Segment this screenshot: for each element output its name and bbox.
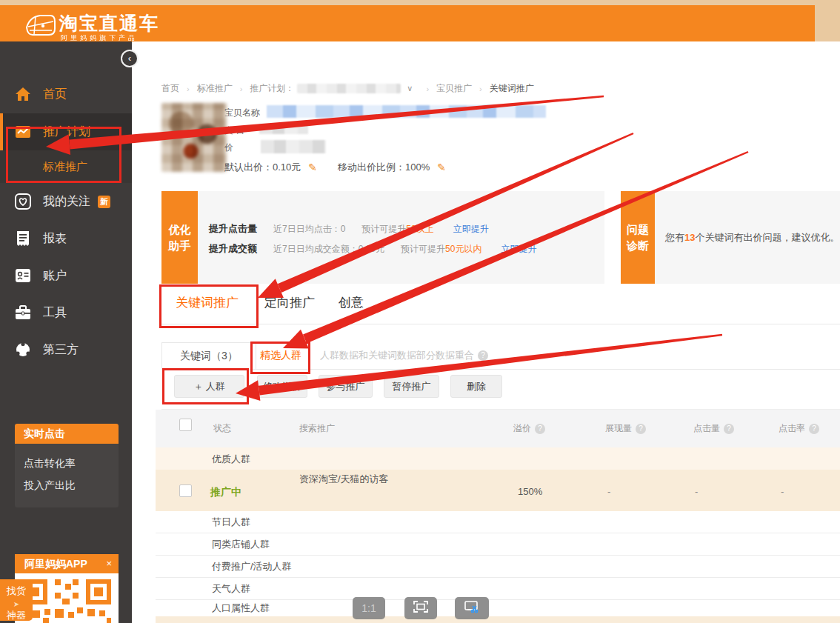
modify-premium-button[interactable]: 修改溢价 — [257, 375, 307, 398]
group-label: 节日人群 — [212, 516, 250, 529]
goods-finder-line1: 找货 — [0, 584, 33, 598]
help-icon[interactable]: ? — [809, 424, 819, 434]
premium-value: 150% — [518, 486, 542, 497]
help-icon[interactable]: ? — [724, 424, 734, 434]
help-icon[interactable]: ? — [636, 424, 646, 434]
realtime-panel: 实时点击 点击转化率 投入产出比 — [15, 424, 119, 507]
tab-keyword-promo[interactable]: 关键词推广 — [176, 294, 239, 311]
sidebar-item-campaigns[interactable]: 推广计划 — [0, 113, 132, 150]
optimizer-row-estimate: 预计可提升 — [361, 223, 406, 236]
snip-button[interactable] — [455, 597, 489, 619]
fullscreen-button[interactable] — [404, 597, 437, 619]
breadcrumb-home[interactable]: 首页 — [161, 82, 179, 95]
col-impressions: 展现量 ? — [605, 422, 646, 435]
col-premium-label: 溢价 — [513, 422, 531, 435]
optimizer-row-highlight: 50元以内 — [445, 243, 481, 256]
chevron-left-icon: ‹ — [128, 53, 131, 64]
sidebar-item-tools[interactable]: 工具 — [0, 294, 132, 331]
sidebar-item-standard-promo[interactable]: 标准推广 — [0, 150, 132, 183]
crowd-data-note: 人群数据和关键词数据部分数据重合 ? — [320, 349, 488, 362]
breadcrumb-baobei[interactable]: 宝贝推广 — [436, 82, 472, 95]
realtime-item-conversion[interactable]: 点击转化率 — [24, 453, 119, 475]
active-indicator — [0, 113, 3, 150]
optimizer-row-gmv: 提升成交额 近7日日均成交金额：0.00元 预计可提升 50元以内 立即提升 — [209, 242, 536, 256]
taobao-zhitongche-page: 淘宝直通车 阿里妈妈旗下产品 首页 推广计划 标准推广 — [0, 0, 840, 623]
crowd-name[interactable]: 资深淘宝/天猫的访客 — [299, 473, 389, 486]
select-all-checkbox[interactable] — [179, 419, 192, 431]
heart-icon — [15, 193, 31, 210]
modify-premium-label: 修改溢价 — [263, 380, 301, 393]
sidebar-item-reports[interactable]: 报表 — [0, 220, 132, 257]
next-row-peek — [156, 616, 840, 623]
table-row[interactable]: 推广中 资深淘宝/天猫的访客 150% - - - — [156, 470, 840, 511]
sidebar-item-label: 标准推广 — [43, 160, 87, 174]
diagnosis-message: 您有13个关键词有出价问题，建议优化。 立即优化 — [665, 231, 840, 244]
add-crowd-button[interactable]: ＋ 人群 — [174, 375, 244, 398]
group-row-similar-shops[interactable]: 同类店铺人群 — [156, 533, 840, 556]
realtime-item-roi[interactable]: 投入产出比 — [24, 475, 119, 497]
optimizer-row-meta: 近7日日均点击：0 — [273, 223, 345, 236]
diagnosis-badge: 问题 诊断 — [621, 191, 655, 284]
sidebar-item-label: 账户 — [43, 268, 67, 284]
subtab-crowd[interactable]: 精选人群 — [255, 342, 307, 369]
help-icon[interactable]: ? — [535, 424, 545, 434]
edit-bid-icon[interactable]: ✎ — [308, 161, 317, 173]
sidebar-item-label: 推广计划 — [43, 124, 90, 140]
group-row-premium-crowd[interactable]: 优质人群 — [156, 447, 840, 470]
diagnosis-badge-line2: 诊断 — [627, 238, 649, 254]
top-strip — [0, 0, 840, 5]
boost-now-link[interactable]: 立即提升 — [453, 223, 489, 236]
toolbox-icon — [15, 304, 31, 321]
sidebar-item-home[interactable]: 首页 — [0, 76, 132, 113]
pause-promo-button[interactable]: 暂停推广 — [384, 375, 439, 398]
row-checkbox[interactable] — [179, 484, 192, 497]
breadcrumb-standard[interactable]: 标准推广 — [197, 82, 233, 95]
spacer-icon — [15, 159, 31, 175]
sidebar-item-label: 我的关注 — [43, 194, 90, 210]
zoom-ratio-button[interactable]: 1:1 — [353, 597, 385, 619]
mobile-bid-ratio-value: 移动出价比例：100% — [338, 161, 430, 174]
optimizer-row-title: 提升点击量 — [209, 222, 257, 236]
join-promo-button[interactable]: 参与推广 — [319, 375, 373, 398]
optimizer-badge-line1: 优化 — [169, 221, 191, 238]
sidebar-item-account[interactable]: 账户 — [0, 257, 132, 294]
crowd-data-note-text: 人群数据和关键词数据部分数据重合 — [320, 349, 474, 362]
tab-creative[interactable]: 创意 — [339, 294, 364, 311]
chevron-down-icon[interactable]: ∨ — [407, 84, 413, 93]
redacted-product-title — [267, 105, 546, 118]
group-row-demographic[interactable]: 人口属性人群 — [156, 600, 840, 616]
sidebar-collapse-button[interactable]: ‹ — [121, 50, 139, 67]
group-row-weather[interactable]: 天气人群 — [156, 578, 840, 600]
redacted-price — [261, 140, 326, 153]
subtabs-divider — [161, 369, 840, 370]
col-ctr-label: 点击率 — [779, 422, 805, 435]
group-row-festival[interactable]: 节日人群 — [156, 511, 840, 533]
group-label: 优质人群 — [212, 453, 250, 466]
tab-targeting-promo[interactable]: 定向推广 — [264, 294, 315, 311]
help-icon[interactable]: ? — [478, 350, 488, 361]
subtab-keywords[interactable]: 关键词（3） — [161, 342, 256, 370]
optimizer-row-title: 提升成交额 — [209, 242, 257, 256]
breadcrumb-separator: › — [240, 84, 243, 93]
home-icon — [15, 86, 31, 102]
col-premium: 溢价 ? — [513, 422, 545, 435]
ctr-value: - — [781, 486, 784, 497]
sidebar-item-label: 第三方 — [43, 342, 79, 358]
sidebar-item-follows[interactable]: 我的关注 新 — [0, 183, 132, 220]
diagnosis-badge-line1: 问题 — [627, 221, 649, 238]
optimizer-row-meta: 近7日日均成交金额：0.00元 — [273, 243, 384, 256]
boost-now-link[interactable]: 立即提升 — [501, 243, 536, 256]
edit-mobile-ratio-icon[interactable]: ✎ — [437, 161, 446, 173]
delete-button[interactable]: 删除 — [450, 375, 502, 398]
subtab-crowd-label: 精选人群 — [260, 349, 301, 362]
realtime-panel-title: 实时点击 — [15, 424, 119, 444]
sidebar-item-thirdparty[interactable]: 第三方 — [0, 331, 132, 368]
optimizer-row-estimate: 预计可提升 — [401, 243, 445, 256]
thirdparty-icon — [15, 342, 31, 358]
goods-finder-tag[interactable]: 找货 ➤ 神器 — [0, 579, 33, 621]
diagnosis-text-pre: 您有 — [665, 232, 684, 243]
arrow-right-icon: ➤ — [13, 600, 19, 608]
group-row-paid-activity[interactable]: 付费推广/活动人群 — [156, 556, 840, 578]
optimizer-badge: 优化 助手 — [161, 191, 198, 284]
close-icon[interactable]: × — [106, 554, 112, 573]
